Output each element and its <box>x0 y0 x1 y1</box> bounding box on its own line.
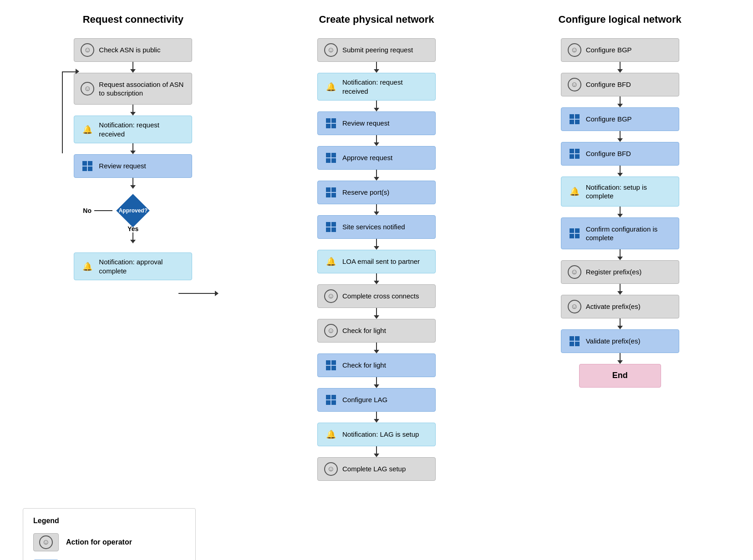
c3n2: ☺ Configure BFD <box>561 73 679 96</box>
windows-icon <box>324 151 338 165</box>
c2n6-text: Site services notified <box>342 222 405 232</box>
c2n11-text: Configure LAG <box>342 395 387 404</box>
c3n3: Configure BGP <box>561 107 679 131</box>
person-icon: ☺ <box>568 300 581 313</box>
c3n4-text: Configure BFD <box>586 149 631 158</box>
diamond-label: Approved? <box>119 207 148 214</box>
col2-title: Create physical network <box>319 14 434 25</box>
col1-title: Request connectivity <box>83 14 183 25</box>
c1n4-text: Review request <box>99 161 146 171</box>
c3n4: Configure BFD <box>561 142 679 166</box>
c2n4-text: Approve request <box>342 153 392 162</box>
c3n2-text: Configure BFD <box>586 80 631 89</box>
c3n7: ☺ Register prefix(es) <box>561 260 679 284</box>
arrow <box>374 239 379 250</box>
arrow <box>617 284 623 295</box>
windows-icon <box>568 147 581 161</box>
c3n9: Validate prefix(es) <box>561 329 679 353</box>
arrow <box>130 105 136 116</box>
c3n1: ☺ Configure BGP <box>561 38 679 62</box>
arrow <box>617 249 623 260</box>
legend-person-label: Action for operator <box>66 538 132 546</box>
bell-icon: 🔔 <box>324 80 338 94</box>
c3n7-text: Register prefix(es) <box>586 267 642 277</box>
no-text: No <box>83 207 92 214</box>
arrow <box>617 207 623 217</box>
c2n7: 🔔 LOA email sent to partner <box>317 250 436 273</box>
c2n11: Configure LAG <box>317 388 436 412</box>
c2n8: ☺ Complete cross connects <box>317 284 436 308</box>
person-icon: ☺ <box>324 462 338 476</box>
col1-nodes: ☺ Check ASN is public ☺ Request associat… <box>74 38 192 280</box>
bell-icon: 🔔 <box>324 428 338 441</box>
person-icon: ☺ <box>39 535 53 549</box>
bell-icon: 🔔 <box>81 123 94 136</box>
c2n4: Approve request <box>317 146 436 170</box>
c1n2: ☺ Request association of ASN to subscrip… <box>74 73 192 105</box>
c1n4: Review request <box>74 154 192 178</box>
person-icon: ☺ <box>568 265 581 279</box>
c1n2-text: Request association of ASN to subscripti… <box>99 80 185 98</box>
arrow <box>374 170 379 181</box>
windows-icon <box>324 393 338 407</box>
arrow <box>374 446 379 457</box>
arrow <box>130 62 136 73</box>
c2n7-text: LOA email sent to partner <box>342 257 420 266</box>
c3n6: Confirm configuration is complete <box>561 217 679 249</box>
arrow <box>374 343 379 353</box>
c3n6-text: Confirm configuration is complete <box>586 225 672 242</box>
arrow <box>374 308 379 319</box>
arrow <box>374 101 379 111</box>
person-icon: ☺ <box>568 78 581 91</box>
c3n10: End <box>579 364 661 388</box>
person-icon: ☺ <box>81 82 94 96</box>
c3n8: ☺ Activate prefix(es) <box>561 295 679 318</box>
windows-icon <box>324 358 338 372</box>
c1n6-text: Notification: approval complete <box>99 257 185 275</box>
bell-icon: 🔔 <box>324 255 338 268</box>
arrow <box>617 62 623 73</box>
c1n1-text: Check ASN is public <box>99 45 160 55</box>
c3n3-text: Configure BGP <box>586 115 632 124</box>
c2n3-text: Review request <box>342 119 389 128</box>
bell-icon: 🔔 <box>568 185 581 198</box>
c1n3-text: Notification: request received <box>99 121 185 138</box>
arrow <box>617 166 623 177</box>
arrow <box>617 353 623 364</box>
windows-icon <box>568 227 581 240</box>
c2n6: Site services notified <box>317 215 436 239</box>
bell-icon: 🔔 <box>81 260 94 273</box>
c2n10: Check for light <box>317 353 436 377</box>
c2n5: Reserve port(s) <box>317 181 436 204</box>
c1n3: 🔔 Notification: request received <box>74 116 192 143</box>
arrow <box>617 318 623 329</box>
legend-title: Legend <box>33 517 185 525</box>
arrow <box>130 143 136 154</box>
c2n2: 🔔 Notification: request received <box>317 73 436 101</box>
column-2: Create physical network ☺ Submit peering… <box>262 14 492 481</box>
windows-icon <box>568 112 581 126</box>
c2n8-text: Complete cross connects <box>342 292 419 301</box>
c3n8-text: Activate prefix(es) <box>586 302 641 311</box>
columns-container: Request connectivity ☺ Check ASN is publ… <box>18 14 735 499</box>
c3n5-text: Notification: setup is complete <box>586 183 672 201</box>
person-icon: ☺ <box>324 324 338 338</box>
no-label: No <box>83 207 112 214</box>
c3n5: 🔔 Notification: setup is complete <box>561 177 679 207</box>
legend: Legend ☺ Action for operator Action for … <box>23 508 196 560</box>
c2n5-text: Reserve port(s) <box>342 188 389 197</box>
c2n2-text: Notification: request received <box>342 78 429 96</box>
windows-icon <box>324 220 338 234</box>
c2n13: ☺ Complete LAG setup <box>317 457 436 481</box>
col3-nodes: ☺ Configure BGP ☺ Configure BFD Configur… <box>561 38 679 388</box>
col3-title: Configure logical network <box>559 14 682 25</box>
legend-item-person: ☺ Action for operator <box>33 533 185 551</box>
c2n1-text: Submit peering request <box>342 45 413 55</box>
arrow <box>374 412 379 423</box>
windows-icon <box>568 334 581 348</box>
col1-to-col2-arrow <box>178 293 215 294</box>
c1n1: ☺ Check ASN is public <box>74 38 192 62</box>
col2-nodes: ☺ Submit peering request 🔔 Notification:… <box>317 38 436 481</box>
c3n9-text: Validate prefix(es) <box>586 337 641 346</box>
c2n10-text: Check for light <box>342 361 386 370</box>
